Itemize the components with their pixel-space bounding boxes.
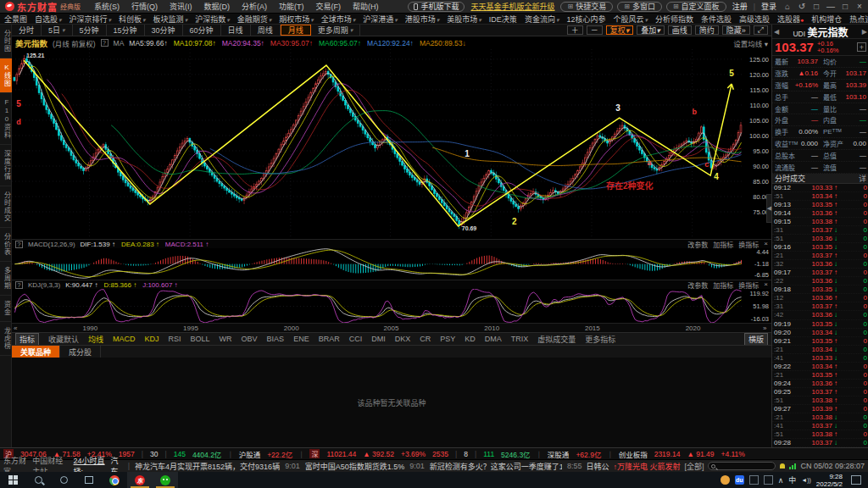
taskbar-clock[interactable]: 9:282022/5/2 — [816, 473, 843, 488]
chrome-taskbar-item[interactable] — [102, 472, 127, 488]
close-icon[interactable]: × — [854, 2, 865, 11]
help-icon[interactable]: ? — [15, 241, 23, 248]
indicator-tab-横版[interactable]: 横版 — [744, 333, 768, 346]
tool-简约[interactable]: 简约 — [695, 25, 719, 35]
related-tab-成分股[interactable]: 成分股 — [60, 346, 101, 358]
nav-板块监测[interactable]: 板块监测▾ — [153, 14, 188, 25]
period-tab-日线[interactable]: 日线 — [221, 25, 251, 36]
indicator-tab-更多指标[interactable]: 更多指标 — [585, 334, 615, 345]
nav-港股市场[interactable]: 港股市场▾ — [405, 14, 440, 25]
sidebar-item-F10资料[interactable]: F10资料 — [0, 93, 12, 145]
tape-row[interactable]: :51103.36↓0 — [772, 235, 868, 243]
menu-行情[interactable]: 行情(Q) — [131, 1, 158, 12]
tape-row[interactable]: 09:12103.33↑0 — [772, 184, 868, 192]
menu-数据[interactable]: 数据(D) — [204, 1, 231, 12]
indicator-tab-虚拟成交量[interactable]: 虚拟成交量 — [537, 334, 576, 345]
tape-row[interactable]: 09:13103.35↑0 — [772, 201, 868, 209]
tray-icon-app1[interactable] — [721, 475, 730, 485]
nav-期权市场[interactable]: 期权市场▾ — [279, 14, 314, 25]
tape-row[interactable]: :32103.36↓0 — [772, 260, 868, 269]
period-tab-60分钟[interactable]: 60分钟 — [183, 25, 221, 36]
tape-row[interactable]: 09:14103.36↑0 — [772, 209, 868, 218]
ticker-all-link[interactable]: [全部] — [684, 461, 704, 472]
tape-row[interactable]: :21103.37↑0 — [772, 252, 868, 260]
tape-row[interactable]: :31103.37↓0 — [772, 226, 868, 235]
tape-row[interactable]: 09:24103.36↑0 — [772, 380, 868, 388]
help-icon[interactable]: ? — [101, 39, 108, 47]
tape-row[interactable]: 09:17103.37↑0 — [772, 269, 868, 277]
eastmoney-taskbar-item[interactable]: 东 — [127, 472, 153, 488]
kdj-btn-加指标[interactable]: 加指标 — [713, 280, 733, 290]
menu-资讯[interactable]: 资讯(I) — [170, 1, 192, 12]
nav-自选股[interactable]: 自选股▾ — [35, 14, 62, 25]
tape-row[interactable]: 09:16103.35↓0 — [772, 243, 868, 252]
indicator-tab-PSY[interactable]: PSY — [440, 335, 455, 343]
macd-plot[interactable]: 4.44-1.18-6.85 — [12, 248, 771, 279]
tape-row[interactable]: :21103.35↑0 — [772, 371, 868, 380]
indicator-tab-BIAS[interactable]: BIAS — [267, 335, 285, 343]
kdj-plot[interactable]: 119.9251.98-16.03 — [12, 289, 771, 323]
tape-row[interactable]: :51103.34↑0 — [772, 192, 868, 201]
phone-download-button[interactable]: 手机版下载 — [408, 2, 465, 12]
indicator-tab-BOLL[interactable]: BOLL — [191, 335, 210, 343]
tool-叠加[interactable]: 叠加▾ — [637, 25, 665, 35]
tool-隐藏»[interactable]: 隐藏» — [722, 25, 750, 35]
indicator-tab-CCI[interactable]: CCI — [349, 335, 363, 343]
nav-美股市场[interactable]: 美股市场▾ — [447, 14, 481, 25]
macd-btn-改参数[interactable]: 改参数 — [687, 240, 708, 249]
period-tab-15分钟[interactable]: 15分钟 — [107, 25, 145, 36]
sidebar-item-多周期[interactable]: 多周期 — [0, 262, 12, 296]
nav-12核心[interactable]: 12核心内参 — [566, 14, 605, 25]
tool-画线[interactable]: 画线 — [668, 25, 692, 35]
nav-选股器[interactable]: 选股器● — [777, 14, 804, 25]
close-panel-icon[interactable]: × — [764, 280, 768, 290]
tape-row[interactable]: :42103.36↓0 — [772, 311, 868, 319]
home-icon[interactable]: ⌂ — [782, 2, 793, 11]
tape-row[interactable]: 09:18103.35↓0 — [772, 286, 868, 294]
indicator-tab-KDJ[interactable]: KDJ — [145, 335, 159, 343]
login-link[interactable]: 登录 — [761, 1, 776, 12]
indicator-tab-RSI[interactable]: RSI — [169, 335, 181, 343]
tape-row[interactable]: :51103.38↑0 — [772, 430, 868, 439]
tray-icon-app3[interactable] — [764, 475, 773, 485]
related-tab-关联品种[interactable]: 关联品种 — [12, 346, 60, 358]
indicator-tab-CR[interactable]: CR — [420, 335, 431, 343]
nav-条件选股[interactable]: 条件选股 — [701, 14, 732, 25]
action-center-icon[interactable] — [851, 475, 861, 485]
next-symbol-arrow[interactable]: ▶ — [862, 28, 867, 36]
indicator-tab-MACD[interactable]: MACD — [113, 335, 136, 343]
time-and-sales-list[interactable]: 09:12103.33↑0:51103.34↑009:13103.35↑009:… — [772, 184, 868, 447]
macd-btn-加指标[interactable]: 加指标 — [713, 240, 733, 249]
help-icon[interactable]: ? — [15, 281, 23, 289]
taskbar-search-button[interactable] — [25, 472, 51, 488]
tape-row[interactable]: 09:20103.34↓0 — [772, 329, 868, 337]
menu-功能[interactable]: 功能(T) — [279, 1, 304, 12]
nav-科创板[interactable]: 科创板▾ — [119, 14, 146, 25]
ticker-search-input[interactable] — [708, 462, 776, 470]
period-tab-更多周期[interactable]: 更多周期▾ — [311, 25, 361, 36]
add-to-watchlist-button[interactable]: + — [857, 42, 866, 52]
pill-自定义面板[interactable]: ⊞自定义面板 — [666, 2, 726, 12]
register-link[interactable]: 注册 — [732, 1, 748, 12]
notification-bell-icon[interactable] — [780, 463, 785, 469]
period-tab-分时[interactable]: 分时 — [12, 25, 42, 36]
kdj-btn-换指标[interactable]: 换指标 — [738, 280, 759, 290]
macd-btn-换指标[interactable]: 换指标 — [738, 240, 759, 249]
indicator-tab-DKX[interactable]: DKX — [395, 335, 411, 343]
tape-row[interactable]: 09:19103.35↓0 — [772, 320, 868, 329]
tape-row[interactable]: :51103.38↑0 — [772, 396, 868, 405]
nav-沪深京排[interactable]: 沪深京排行▾ — [70, 14, 112, 25]
axis-prev-icon[interactable]: « — [14, 324, 17, 332]
tape-row[interactable]: 09:27103.39↑0 — [772, 405, 868, 413]
sidebar-item-资金[interactable]: 资金 — [0, 296, 12, 322]
close-panel-icon[interactable]: × — [764, 240, 768, 249]
indicator-tab-ENE[interactable]: ENE — [293, 335, 309, 343]
menu-分析[interactable]: 分析(A) — [242, 1, 267, 12]
tool-＋[interactable]: ＋ — [567, 25, 583, 35]
refresh-icon[interactable]: ↺ — [797, 2, 807, 11]
indicator-tab-DMA[interactable]: DMA — [485, 335, 502, 343]
indicator-tab-OBV[interactable]: OBV — [242, 335, 258, 343]
tape-row[interactable]: :12103.36↑0 — [772, 294, 868, 302]
tape-row[interactable]: 09:21103.35↑0 — [772, 337, 868, 346]
indicator-tab-指标[interactable]: 指标 — [15, 333, 39, 346]
